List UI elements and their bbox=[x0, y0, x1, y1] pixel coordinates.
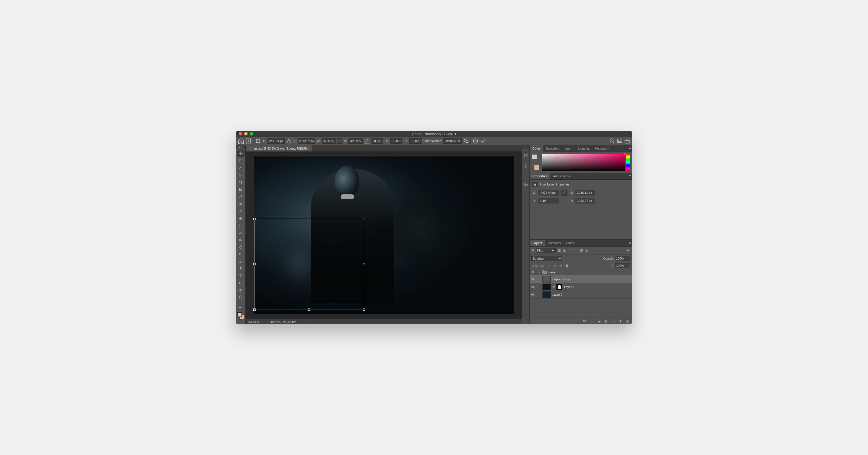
skew-v-input[interactable] bbox=[409, 138, 422, 144]
filter-artboard-icon[interactable]: ◧ bbox=[585, 248, 589, 253]
zoom-tool-icon[interactable] bbox=[237, 294, 245, 300]
home-icon[interactable] bbox=[238, 138, 244, 144]
tab-libraries[interactable]: Libraries bbox=[575, 145, 592, 152]
skew-h-input[interactable] bbox=[390, 138, 402, 144]
eyedropper-tool-icon[interactable] bbox=[237, 193, 245, 200]
trash-icon[interactable]: 🗑 bbox=[625, 319, 630, 323]
blur-tool-icon[interactable] bbox=[237, 243, 245, 250]
lock-pixels-icon[interactable]: ✎ bbox=[546, 263, 551, 268]
panel-foreground-swatch[interactable] bbox=[532, 154, 537, 159]
layer-thumbnail[interactable] bbox=[542, 276, 551, 283]
group-icon[interactable]: ▭ bbox=[611, 319, 616, 323]
transform-handle[interactable] bbox=[363, 308, 365, 311]
w-input[interactable] bbox=[322, 138, 336, 144]
mask-link-icon[interactable]: ⛓ bbox=[552, 285, 555, 288]
link-layers-icon[interactable]: ⛓ bbox=[582, 319, 587, 323]
color-swatch-pair[interactable] bbox=[237, 312, 245, 320]
layer-row[interactable]: 👁 › color bbox=[530, 269, 632, 275]
close-tab-icon[interactable]: × bbox=[249, 147, 251, 151]
opacity-input[interactable] bbox=[615, 256, 626, 261]
transform-box[interactable] bbox=[254, 219, 364, 310]
filter-adjust-icon[interactable]: ◐ bbox=[562, 248, 567, 253]
tab-histogram[interactable]: Histogram bbox=[592, 145, 612, 152]
color-field[interactable] bbox=[542, 154, 625, 171]
interpolation-select[interactable]: Bicubic bbox=[443, 138, 462, 144]
eraser-tool-icon[interactable] bbox=[237, 229, 245, 236]
tab-layers[interactable]: Layers bbox=[530, 240, 545, 246]
panel-menu-icon[interactable]: ≡ bbox=[629, 241, 631, 245]
healing-brush-tool-icon[interactable] bbox=[237, 200, 245, 207]
angle-input[interactable] bbox=[371, 138, 383, 144]
transform-handle[interactable] bbox=[363, 218, 365, 220]
lock-position-icon[interactable]: ✥ bbox=[552, 263, 557, 268]
mask-thumbnail[interactable] bbox=[556, 284, 562, 290]
transform-handle[interactable] bbox=[253, 218, 256, 220]
navigator-panel-icon[interactable] bbox=[523, 182, 529, 188]
type-tool-icon[interactable] bbox=[237, 265, 245, 272]
blend-mode-select[interactable]: Subtract bbox=[531, 256, 562, 261]
prop-y-input[interactable] bbox=[575, 198, 595, 203]
visibility-icon[interactable]: 👁 bbox=[530, 277, 536, 281]
filter-shape-icon[interactable]: ▭ bbox=[574, 248, 578, 253]
history-panel-icon[interactable] bbox=[523, 153, 529, 159]
tab-learn[interactable]: Learn bbox=[562, 145, 575, 152]
filter-type-icon[interactable]: T bbox=[568, 248, 572, 253]
edit-toolbar-icon[interactable]: ⋯ bbox=[237, 304, 245, 311]
layer-row[interactable]: 👁 ⛓ Layer 3 bbox=[530, 283, 632, 291]
gradient-tool-icon[interactable] bbox=[237, 236, 245, 243]
filter-toggle[interactable] bbox=[626, 249, 630, 252]
screen-mode-icon[interactable] bbox=[616, 138, 623, 144]
layer-name[interactable]: Layer 3 bbox=[564, 285, 574, 289]
transform-handle[interactable] bbox=[363, 263, 365, 265]
mask-icon[interactable]: ▣ bbox=[597, 319, 601, 323]
color-cursor[interactable] bbox=[555, 157, 558, 160]
visibility-icon[interactable]: 👁 bbox=[530, 285, 536, 289]
cancel-transform-icon[interactable] bbox=[472, 138, 479, 144]
transform-ref-icon[interactable] bbox=[245, 138, 252, 144]
dodge-tool-icon[interactable] bbox=[237, 251, 245, 257]
tab-paths[interactable]: Paths bbox=[563, 240, 577, 246]
actions-panel-icon[interactable] bbox=[523, 163, 529, 169]
hue-slider[interactable] bbox=[626, 154, 630, 171]
fill-dropdown-icon[interactable]: ⌄ bbox=[626, 263, 630, 268]
x-input[interactable] bbox=[267, 138, 285, 144]
expand-icon[interactable]: › bbox=[538, 271, 541, 274]
tab-adjustments[interactable]: Adjustments bbox=[550, 173, 572, 180]
rectangle-tool-icon[interactable] bbox=[237, 280, 245, 286]
strip-collapse-icon[interactable]: ‹‹ bbox=[522, 145, 529, 149]
layer-row[interactable]: 👁 Layer 0 bbox=[530, 291, 632, 298]
aspect-link-icon[interactable] bbox=[337, 138, 342, 144]
y-input[interactable] bbox=[298, 138, 315, 144]
clone-stamp-tool-icon[interactable] bbox=[237, 215, 245, 221]
canvas-viewport[interactable] bbox=[246, 152, 522, 319]
new-layer-icon[interactable]: ✚ bbox=[618, 319, 623, 323]
layer-name[interactable]: Layer 0 bbox=[552, 293, 563, 296]
history-brush-tool-icon[interactable] bbox=[237, 222, 245, 229]
canvas[interactable] bbox=[254, 157, 514, 314]
transform-handle[interactable] bbox=[308, 308, 310, 311]
prop-w-input[interactable] bbox=[538, 190, 558, 195]
transform-handle[interactable] bbox=[253, 263, 256, 265]
warp-icon[interactable] bbox=[463, 138, 469, 144]
layers-list[interactable]: 👁 › color 👁 Layer 3 copy 👁 bbox=[530, 269, 632, 318]
tab-color[interactable]: Color bbox=[530, 145, 543, 152]
panel-menu-icon[interactable]: ≡ bbox=[629, 174, 631, 178]
status-arrow-icon[interactable]: › bbox=[307, 320, 308, 323]
prop-link-icon[interactable] bbox=[561, 190, 567, 196]
filter-smart-icon[interactable]: ▣ bbox=[579, 248, 583, 253]
hand-tool-icon[interactable] bbox=[237, 287, 245, 293]
commit-transform-icon[interactable] bbox=[479, 138, 486, 144]
pen-tool-icon[interactable] bbox=[237, 258, 245, 264]
panel-menu-icon[interactable]: ≡ bbox=[629, 146, 631, 151]
transform-handle[interactable] bbox=[308, 218, 310, 220]
transform-handle[interactable] bbox=[253, 308, 256, 311]
prop-h-input[interactable] bbox=[575, 190, 595, 195]
marquee-tool-icon[interactable] bbox=[237, 157, 245, 164]
visibility-icon[interactable]: 👁 bbox=[530, 270, 536, 274]
layer-name[interactable]: color bbox=[549, 271, 555, 274]
layer-name[interactable]: Layer 3 copy bbox=[552, 278, 570, 281]
lock-all-icon[interactable]: 🔒 bbox=[564, 263, 569, 268]
toolbar-collapse-icon[interactable]: ▸▸ bbox=[236, 145, 245, 149]
filter-pixel-icon[interactable]: ▦ bbox=[557, 248, 561, 253]
filter-kind-select[interactable]: Kind bbox=[536, 248, 556, 253]
